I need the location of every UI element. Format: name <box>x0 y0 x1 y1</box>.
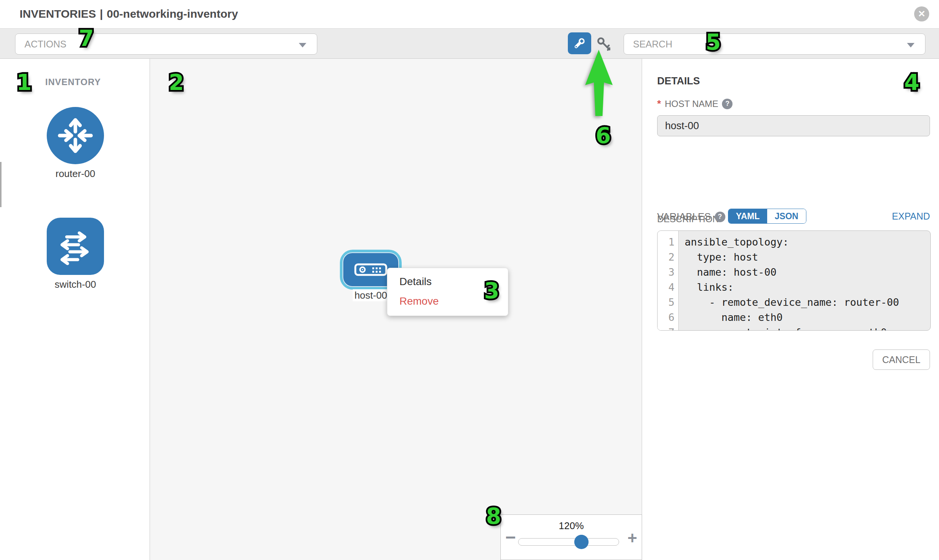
actions-dropdown-label: ACTIONS <box>25 39 66 50</box>
search-dropdown[interactable]: SEARCH <box>624 34 925 55</box>
cancel-button-label: CANCEL <box>882 354 920 365</box>
line-text: ansible_topology: <box>678 235 789 250</box>
help-glyph: ? <box>725 100 729 108</box>
zoom-out-button[interactable]: − <box>505 528 516 546</box>
cancel-button[interactable]: CANCEL <box>873 349 930 370</box>
zoom-slider-thumb[interactable] <box>574 535 589 549</box>
line-text: name: host-00 <box>678 265 777 280</box>
code-line: 1ansible_topology: <box>657 235 930 250</box>
inventory-sidebar: INVENTORY router-00 <box>0 59 150 560</box>
palette-item-switch[interactable]: switch-00 <box>47 218 104 290</box>
host-node-label: host-00 <box>353 289 389 301</box>
line-number: 3 <box>657 265 678 280</box>
code-line: 2 type: host <box>657 250 930 265</box>
variables-label: VARIABLES <box>657 211 711 223</box>
close-glyph: ✕ <box>918 9 925 19</box>
line-text: remote_interface_name: eth0 <box>678 325 887 331</box>
sidebar-heading: INVENTORY <box>45 77 101 88</box>
search-dropdown-label: SEARCH <box>633 39 672 50</box>
credentials-key-button[interactable] <box>595 35 613 53</box>
breadcrumb: INVENTORIES|00-networking-inventory <box>20 8 238 20</box>
host-name-input[interactable] <box>657 115 930 136</box>
menu-item-details[interactable]: Details <box>387 272 508 291</box>
line-number: 2 <box>657 250 678 265</box>
configure-tools-button[interactable] <box>568 32 591 54</box>
host-name-label-row: * HOST NAME ? <box>657 98 732 109</box>
line-number: 7 <box>657 325 678 331</box>
panel-title: DETAILS <box>657 75 700 87</box>
toggle-yaml[interactable]: YAML <box>728 209 767 223</box>
zoom-in-button[interactable]: + <box>628 530 637 546</box>
chevron-down-icon <box>299 43 306 48</box>
variables-code-editor[interactable]: 1ansible_topology: 2 type: host 3 name: … <box>657 231 931 331</box>
scrollbar[interactable] <box>0 162 2 207</box>
palette-item-router[interactable]: router-00 <box>47 107 104 180</box>
breadcrumb-section: INVENTORIES <box>20 8 96 20</box>
close-icon[interactable]: ✕ <box>914 6 929 22</box>
help-icon[interactable]: ? <box>715 212 725 222</box>
line-number: 4 <box>657 280 678 295</box>
code-line: 6 name: eth0 <box>657 310 930 325</box>
toggle-json[interactable]: JSON <box>767 209 806 223</box>
code-line: 7 remote_interface_name: eth0 <box>657 325 930 331</box>
help-icon[interactable]: ? <box>722 98 732 109</box>
editor-content: 1ansible_topology: 2 type: host 3 name: … <box>657 235 930 331</box>
code-line: 3 name: host-00 <box>657 265 930 280</box>
line-text: - remote_device_name: router-00 <box>678 295 899 310</box>
variables-label-row: VARIABLES ? <box>657 211 725 223</box>
page-header: INVENTORIES|00-networking-inventory ✕ <box>0 0 939 28</box>
variables-format-toggle: YAML JSON <box>728 209 806 224</box>
breadcrumb-separator: | <box>96 8 106 20</box>
topology-canvas[interactable]: host-00 Details Remove 120% − + <box>150 59 642 560</box>
code-line: 4 links: <box>657 280 930 295</box>
key-icon <box>596 36 612 52</box>
host-icon <box>354 263 387 276</box>
router-icon <box>47 107 104 164</box>
node-context-menu: Details Remove <box>387 268 508 316</box>
line-number: 6 <box>657 310 678 325</box>
menu-item-remove[interactable]: Remove <box>387 291 508 311</box>
line-text: name: eth0 <box>678 310 783 325</box>
zoom-level-value: 120% <box>501 520 642 532</box>
zoom-slider-track[interactable] <box>518 538 619 546</box>
wrench-icon <box>572 36 587 51</box>
actions-dropdown[interactable]: ACTIONS <box>15 34 317 55</box>
required-asterisk: * <box>657 98 661 109</box>
breadcrumb-item: 00-networking-inventory <box>106 8 238 20</box>
palette-item-label: router-00 <box>47 168 104 180</box>
palette-item-label: switch-00 <box>47 279 104 290</box>
details-panel: DETAILS * HOST NAME ? DESCRIPTION VARIAB… <box>642 59 939 560</box>
toolbar: ACTIONS SEARCH <box>0 28 939 59</box>
line-number: 1 <box>657 235 678 250</box>
line-number: 5 <box>657 295 678 310</box>
switch-icon <box>47 218 104 275</box>
line-text: type: host <box>678 250 758 265</box>
line-text: links: <box>678 280 734 295</box>
chevron-down-icon <box>907 43 914 48</box>
help-glyph: ? <box>718 213 722 221</box>
zoom-control: 120% − + <box>500 514 642 560</box>
expand-link[interactable]: EXPAND <box>892 211 930 222</box>
code-line: 5 - remote_device_name: router-00 <box>657 295 930 310</box>
host-name-label: HOST NAME <box>665 98 718 109</box>
